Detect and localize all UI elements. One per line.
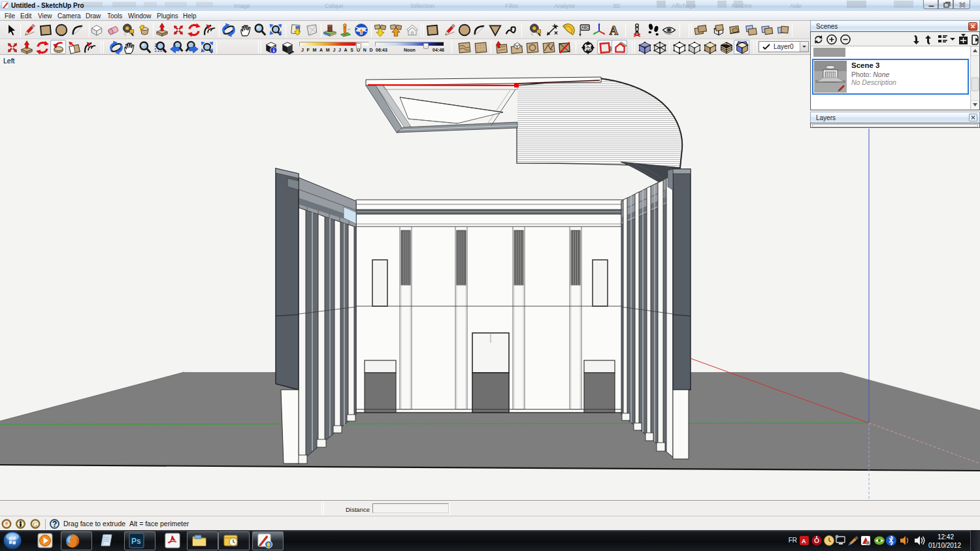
svg-text:G: G [33, 521, 37, 528]
svg-text:?: ? [52, 520, 57, 529]
svg-text:A: A [802, 538, 806, 544]
svg-text:Ps: Ps [131, 537, 141, 546]
